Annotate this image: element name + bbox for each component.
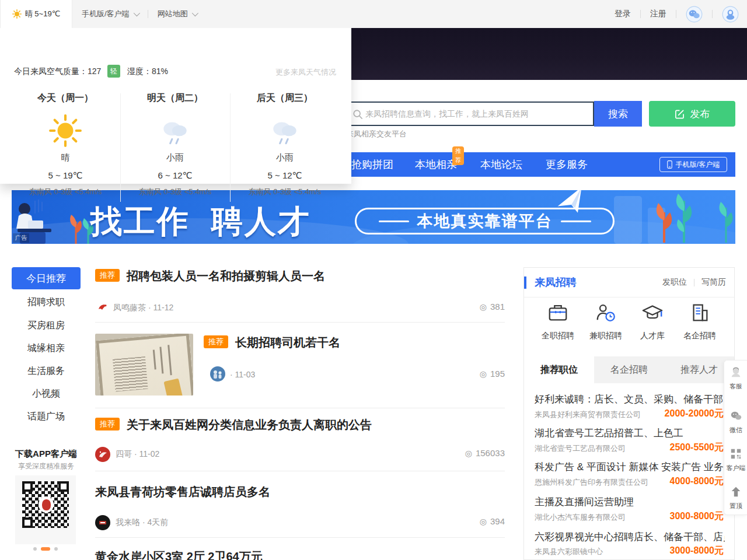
weather-panel: 今日来凤空气质量：127 轻 湿度：81% 更多来凤天气情况 今天（周一） 晴 … — [0, 28, 351, 184]
job-company[interactable]: 恩施州科发广告印务有限责任公司 — [535, 477, 648, 488]
category-talent-pool[interactable]: 人才库 — [626, 302, 679, 341]
job-company[interactable]: 湖北小杰汽车服务有限公司 — [535, 512, 626, 523]
post-views: ◎ 394 — [480, 516, 505, 526]
sidebar-item-jobs[interactable]: 招聘求职 — [12, 296, 81, 309]
nav-item-groupbuy[interactable]: 抢购拼团 — [351, 152, 393, 177]
post-title[interactable]: 来凤县青荷坊零售店诚聘店员多名 — [95, 484, 270, 500]
app-qr-code — [15, 475, 76, 544]
write-resume-link[interactable]: 写简历 — [701, 277, 726, 288]
more-weather-link[interactable]: 更多来凤天气情况 — [275, 67, 336, 78]
divider — [524, 297, 734, 298]
job-title[interactable]: 好利来诚聘：店长、文员、采购、储备干部 — [535, 393, 725, 406]
topbar-right: 登录 注册 — [615, 6, 747, 23]
post-meta[interactable]: 凤鸣藤茶 · 11-12 — [113, 303, 173, 313]
sidebar-item-today[interactable]: 今日推荐 — [12, 267, 81, 289]
topbar: 晴 5~19℃ 手机版/客户端 网站地图 登录 注册 — [0, 0, 747, 28]
job-company[interactable]: 来凤县六彩眼镜中心 — [535, 547, 603, 557]
search-input[interactable] — [365, 103, 592, 125]
post-views: ◎ 381 — [480, 302, 505, 312]
category-parttime[interactable]: 兼职招聘 — [580, 302, 632, 341]
job-salary: 2000-20000元 — [665, 408, 724, 420]
sidebar-item-videos[interactable]: 小视频 — [12, 388, 81, 400]
post-views: ◎ 156033 — [465, 448, 505, 458]
job-salary: 4000-8000元 — [669, 475, 724, 488]
carousel-dot[interactable] — [54, 547, 58, 551]
weather-day-today: 今天（周一） 晴 5 ~ 19℃ 东南风 0-3级 <5.4m/s — [11, 92, 120, 197]
divider — [694, 279, 694, 286]
register-link[interactable]: 注册 — [650, 9, 666, 19]
post-meta[interactable]: 我来咯 · 4天前 — [116, 517, 168, 528]
avatar[interactable] — [96, 301, 109, 314]
wechat-contact-button[interactable]: 微信 — [724, 410, 747, 435]
divider — [712, 10, 713, 18]
company-icon — [689, 302, 711, 324]
post-title[interactable]: 招聘包装人员一名和拍摄剪辑人员一名 — [127, 268, 325, 284]
sidebar-item-housing[interactable]: 买房租房 — [12, 320, 81, 332]
nav-item-forum[interactable]: 本地论坛 — [480, 152, 522, 177]
carousel-dot-active[interactable] — [41, 547, 50, 551]
job-salary: 3000-8000元 — [669, 545, 724, 557]
tab-recommended-jobs[interactable]: 推荐职位 — [524, 356, 594, 383]
post-job-link[interactable]: 发职位 — [662, 277, 687, 288]
edit-icon — [675, 109, 685, 119]
divider — [95, 322, 505, 323]
post-title[interactable]: 关于来凤百姓网分类信息业务负责人离职的公告 — [127, 417, 372, 433]
search-box — [327, 102, 594, 126]
post-title[interactable]: 长期招聘司机若干名 — [235, 335, 340, 351]
sidebar-item-services[interactable]: 生活服务 — [12, 365, 81, 377]
jobs-card-links: 发职位 写简历 — [662, 268, 726, 297]
job-title[interactable]: 主播及直播间运营助理 — [535, 495, 725, 509]
app-client-button[interactable]: 客户端 — [724, 447, 747, 473]
arrow-up-icon — [729, 485, 742, 498]
tab-company-jobs[interactable]: 名企招聘 — [594, 356, 664, 383]
banner-building — [614, 196, 642, 244]
recommend-badge: 推荐 — [95, 269, 120, 282]
topbar-menu-mobile[interactable]: 手机版/客户端 — [82, 9, 138, 19]
post-meta[interactable]: · 11-03 — [230, 370, 255, 379]
views-icon: ◎ — [480, 517, 487, 526]
chevron-down-icon — [191, 10, 198, 16]
part-time-icon — [595, 302, 617, 324]
job-title[interactable]: 科发广告 & 平面设计 新媒体 安装广告 业务... — [535, 460, 725, 474]
post-title[interactable]: 黄金水岸小区3室 2厅 2卫64万元 — [95, 549, 263, 560]
login-link[interactable]: 登录 — [615, 9, 631, 19]
aqi-level-badge: 轻 — [107, 65, 120, 78]
floating-toolbar: 客服 微信 客户端 置顶 — [724, 360, 747, 515]
sidebar-item-dating[interactable]: 城缘相亲 — [12, 342, 81, 355]
carousel-dot[interactable] — [33, 547, 37, 551]
publish-button[interactable]: 发布 — [649, 101, 735, 127]
job-title[interactable]: 六彩视界视光中心招聘店长、储备干部、店员 — [535, 530, 725, 544]
topbar-menu-sitemap[interactable]: 网站地图 — [158, 9, 197, 19]
job-company[interactable]: 湖北省壹号工艺品有限公司 — [535, 443, 626, 454]
nav-item-more[interactable]: 更多服务 — [546, 152, 588, 177]
topbar-weather-tab[interactable]: 晴 5~19℃ — [0, 0, 72, 28]
avatar[interactable] — [95, 515, 110, 530]
job-company[interactable]: 来凤县好利来商贸有限责任公司 — [535, 410, 641, 420]
category-fulltime[interactable]: 全职招聘 — [532, 302, 584, 341]
qr-finder — [22, 481, 33, 492]
divider — [95, 537, 505, 538]
sidebar-item-topics[interactable]: 话题广场 — [12, 411, 81, 423]
nav-item-dating[interactable]: 本地相亲 推荐 — [415, 152, 457, 177]
avatar[interactable] — [210, 366, 225, 382]
sidebar-carousel-dots — [15, 547, 76, 551]
job-title[interactable]: 湖北省壹号工艺品招普工、上色工 — [535, 426, 725, 440]
category-companies[interactable]: 名企招聘 — [673, 302, 726, 341]
customer-service-button[interactable]: 客服 — [724, 366, 747, 391]
wechat-icon[interactable] — [686, 6, 703, 23]
post-thumbnail[interactable] — [95, 334, 193, 396]
qr-logo-seal — [39, 496, 54, 513]
nav-app-button[interactable]: 手机版/客户端 — [659, 157, 727, 172]
banner-plant — [715, 201, 735, 243]
divider — [95, 471, 505, 471]
wechat-icon — [729, 410, 742, 422]
search-icon — [352, 109, 363, 120]
hot-search-text[interactable]: 来凤相亲交友平台 — [346, 129, 407, 139]
divider — [95, 408, 505, 408]
post-meta[interactable]: 四哥 · 11-02 — [116, 449, 159, 460]
search-button[interactable]: 搜索 — [594, 101, 642, 127]
views-icon: ◎ — [465, 449, 472, 458]
qq-icon[interactable] — [722, 6, 739, 23]
avatar[interactable] — [95, 447, 110, 462]
back-to-top-button[interactable]: 置顶 — [724, 485, 747, 510]
